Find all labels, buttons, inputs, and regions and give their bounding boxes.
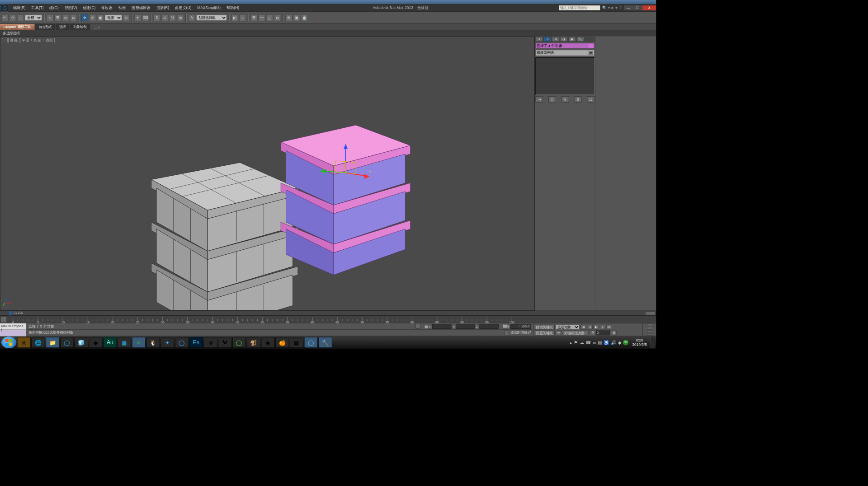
favorites-icon[interactable]: ★	[615, 5, 618, 10]
setkey-button[interactable]: 设置关键点	[534, 330, 554, 335]
task-app-22[interactable]: 🔨	[318, 337, 332, 348]
task-explorer[interactable]: 📁	[46, 337, 59, 348]
tray-icon-5[interactable]: ▤	[598, 340, 602, 345]
task-app-11[interactable]: ✦	[160, 337, 174, 348]
max-button[interactable]: ☐	[633, 5, 642, 10]
key-mode-button[interactable]: ⧉	[590, 330, 595, 335]
search-input[interactable]: 键入关键字或短语	[559, 5, 600, 10]
modify-tab-icon[interactable]: ↗	[544, 37, 552, 42]
prev-frame-button[interactable]: ◂	[587, 324, 593, 329]
pin-stack-button[interactable]: ⇥	[535, 96, 543, 103]
show-end-result-button[interactable]: ∥	[548, 96, 556, 103]
pivot-button[interactable]: ⊙	[123, 14, 130, 21]
task-app-12[interactable]: ◯	[175, 337, 189, 348]
modifier-list-dropdown[interactable]: 修改器列表 ▾	[535, 50, 594, 56]
key-filter-button[interactable]: 关键点过滤器...	[562, 330, 589, 335]
menu-item[interactable]: 帮助(H)	[224, 5, 242, 10]
layers-button[interactable]: ☰	[250, 14, 257, 21]
maximize-button[interactable]	[646, 333, 652, 336]
menu-item[interactable]: 组(G)	[47, 5, 61, 10]
percent-snap-button[interactable]: %	[169, 14, 176, 21]
task-3dsmax[interactable]: ◯	[304, 337, 318, 348]
menu-item[interactable]: 自定义(U)	[172, 5, 194, 10]
render-frame-button[interactable]: ▣	[293, 14, 300, 21]
infocenter[interactable]: 🔍 ▾ ✖ ★ ?	[602, 5, 622, 10]
zoom-button[interactable]	[646, 324, 652, 326]
menu-item[interactable]: 工具(T)	[28, 5, 46, 10]
key-icon[interactable]: ○━	[556, 330, 561, 335]
task-ie[interactable]: 🌐	[32, 337, 45, 348]
curve-editor-button[interactable]: 〰	[258, 14, 265, 21]
orbit-button[interactable]	[646, 330, 652, 332]
menu-item[interactable]: 渲染(R)	[154, 5, 172, 10]
task-kugou[interactable]: ◯	[60, 337, 74, 348]
play-button[interactable]: ▶	[594, 324, 599, 329]
script-output[interactable]	[0, 330, 26, 336]
select-manip-button[interactable]: ✦	[134, 14, 141, 21]
tray-icon-4[interactable]: ∞	[593, 340, 596, 345]
task-app-19[interactable]: 🍊	[275, 337, 289, 348]
timeline-config-icon[interactable]	[1, 317, 7, 323]
min-button[interactable]: —	[624, 5, 633, 10]
create-tab-icon[interactable]: ☀	[535, 37, 543, 42]
menu-item[interactable]: 创建(C)	[80, 5, 98, 10]
tray-icon-8[interactable]: ◆	[618, 340, 622, 345]
select-button[interactable]: ↖	[47, 14, 53, 21]
spinner-snap-button[interactable]: ⊕	[177, 14, 184, 21]
task-app-15[interactable]: 🐿	[218, 337, 231, 348]
edit-named-sel-button[interactable]: ✎	[188, 14, 195, 21]
color-swatch[interactable]	[589, 44, 594, 48]
angle-snap-button[interactable]: ∠	[161, 14, 168, 21]
ribbon-tab[interactable]: Graphite 建模工具	[0, 24, 34, 30]
material-editor-button[interactable]: ◍	[274, 14, 281, 21]
menu-item[interactable]: 图形编辑器	[129, 5, 153, 10]
select-name-button[interactable]: ☰	[54, 14, 61, 21]
object-name-field[interactable]: 选择了 3 个 对象	[535, 43, 594, 48]
task-app-8[interactable]: ▦	[118, 337, 131, 348]
menu-item[interactable]: MAXScript(M)	[194, 5, 223, 10]
task-photoshop[interactable]: Ps	[189, 337, 203, 348]
menu-item[interactable]: 编辑(E)	[10, 5, 28, 10]
task-audition[interactable]: Au	[103, 337, 117, 348]
key-target-select[interactable]: 选定对象	[556, 324, 580, 329]
ribbon-tab[interactable]: 自由形式	[35, 24, 55, 30]
tray-badge[interactable]: 33	[623, 340, 628, 345]
viewport[interactable]: [ + ][ 透视 ][ 平滑 + 高光 + 边面 ]	[0, 36, 534, 311]
z-input[interactable]	[479, 324, 498, 329]
redo-button[interactable]: ↷	[9, 14, 16, 21]
configure-sets-button[interactable]: ☷	[587, 96, 595, 103]
keyboard-shortcut-button[interactable]: ⌨	[142, 14, 149, 21]
tray-icon-1[interactable]: ⚑	[574, 340, 578, 345]
time-scroll-right[interactable]	[645, 311, 656, 315]
binoculars-icon[interactable]: 🔍	[602, 5, 607, 10]
x-input[interactable]	[432, 324, 451, 329]
autokey-button[interactable]: 自动关键点	[534, 324, 554, 329]
snap-3-button[interactable]: 3	[153, 14, 160, 21]
ribbon-tab[interactable]: 选择	[56, 24, 69, 30]
align-button[interactable]: ≡	[239, 14, 246, 21]
timeline[interactable]	[0, 315, 656, 323]
exchange-icon[interactable]: ✖	[611, 5, 614, 10]
link-button[interactable]: ⎓	[17, 14, 24, 21]
add-time-tag[interactable]: 添加时间标记	[510, 331, 531, 336]
motion-tab-icon[interactable]: ◑	[560, 37, 568, 42]
named-selection-set[interactable]: 创建选择集	[196, 15, 227, 21]
app-icon[interactable]: ◯	[1, 4, 9, 12]
lock-icon[interactable]	[415, 324, 420, 329]
schematic-button[interactable]: ⿻	[266, 14, 273, 21]
help-icon[interactable]: ?	[619, 5, 622, 10]
utilities-tab-icon[interactable]: 🔧	[576, 37, 584, 42]
task-app-1[interactable]: ◎	[17, 337, 31, 348]
tray-icon-3[interactable]: ☎	[585, 340, 591, 345]
hierarchy-tab-icon[interactable]: ♃	[552, 37, 560, 42]
region-rect-button[interactable]: ▭	[62, 14, 69, 21]
move-button[interactable]: ✥	[81, 14, 88, 21]
task-app-5[interactable]: 🧊	[75, 337, 88, 348]
task-app-18[interactable]: ◉	[261, 337, 274, 348]
tray-icon-6[interactable]: ♿	[604, 340, 609, 345]
menu-item[interactable]: 修改器	[99, 5, 115, 10]
time-scrollbar[interactable]: 0 / 100	[0, 311, 656, 316]
current-frame-input[interactable]	[596, 330, 610, 335]
task-app-6[interactable]: ◆	[89, 337, 103, 348]
close-button[interactable]: ✕	[642, 5, 656, 10]
